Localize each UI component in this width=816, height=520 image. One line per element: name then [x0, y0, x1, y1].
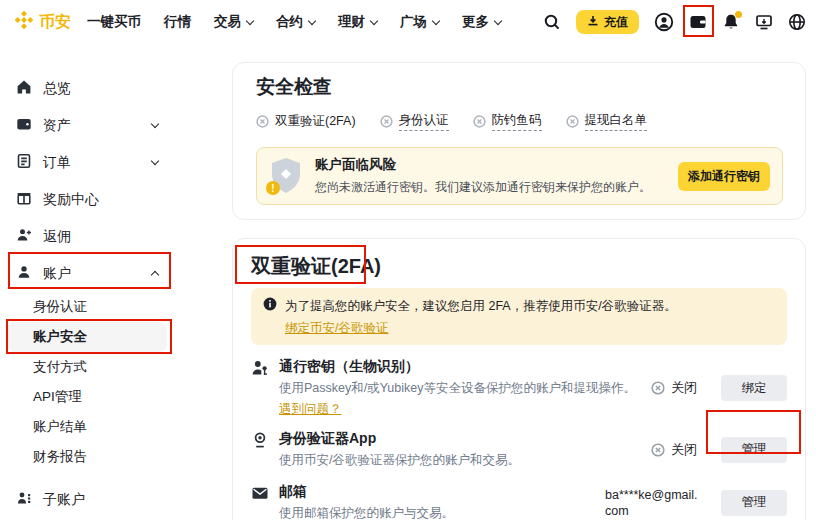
search-icon[interactable] — [543, 13, 561, 31]
main-nav: 一键买币 行情 交易 合约 理财 广场 更多 — [87, 13, 501, 31]
nav-item-buy-crypto[interactable]: 一键买币 — [87, 13, 141, 31]
twofa-card: 双重验证(2FA) 为了提高您的账户安全，建议您启用 2FA，推荐使用币安/谷歌… — [232, 238, 806, 520]
account-icon — [16, 264, 32, 283]
security-check-title: 安全检查 — [256, 75, 783, 99]
header-actions: 充值 — [543, 10, 806, 34]
deposit-icon — [587, 15, 599, 30]
home-icon — [16, 79, 32, 98]
passkey-help-link[interactable]: 遇到问题？ — [279, 401, 342, 418]
risk-alert-title: 账户面临风险 — [315, 156, 666, 174]
sidebar-item-api-management[interactable]: API管理 — [7, 382, 167, 412]
top-nav-bar: 币安 一键买币 行情 交易 合约 理财 广场 更多 充 — [0, 0, 816, 44]
risk-alert-texts: 账户面临风险 您尚未激活通行密钥。我们建议添加通行密钥来保护您的账户。 — [315, 156, 666, 196]
sidebar-item-account[interactable]: 账户 — [0, 255, 172, 292]
sidebar-item-rewards-hub[interactable]: 奖励中心 — [0, 181, 172, 218]
add-passkey-button[interactable]: 添加通行密钥 — [678, 162, 770, 191]
email-texts: 邮箱 使用邮箱保护您的账户与交易。 — [279, 483, 605, 520]
notifications-bell-icon[interactable] — [722, 13, 740, 31]
security-row-email: 邮箱 使用邮箱保护您的账户与交易。 ba****ke@gmail.com 管理 — [251, 483, 787, 520]
globe-icon[interactable] — [788, 13, 806, 31]
nav-item-earn[interactable]: 理财 — [338, 13, 377, 31]
deposit-button[interactable]: 充值 — [576, 10, 639, 34]
status-off-icon — [380, 115, 393, 128]
passkey-texts: 通行密钥（生物识别） 使用Passkey和/或Yubikey等安全设备保护您的账… — [279, 358, 651, 418]
status-off-icon — [651, 443, 665, 457]
passkey-description: 使用Passkey和/或Yubikey等安全设备保护您的账户和提现操作。 — [279, 380, 651, 397]
info-icon — [263, 297, 277, 315]
sidebar-item-account-statement[interactable]: 账户结单 — [7, 412, 167, 442]
referral-icon — [16, 227, 32, 246]
email-description: 使用邮箱保护您的账户与交易。 — [279, 505, 605, 520]
sidebar-item-referral[interactable]: 返佣 — [0, 218, 172, 255]
nav-item-futures[interactable]: 合约 — [276, 13, 315, 31]
notification-badge — [735, 11, 742, 18]
authenticator-controls: 关闭 管理 — [651, 437, 787, 463]
checklist-item-withdrawal-whitelist[interactable]: 提现白名单 — [566, 112, 648, 131]
chevron-down-icon — [432, 16, 440, 24]
sidebar-item-account-security[interactable]: 账户安全 — [7, 322, 167, 352]
checklist-item-2fa[interactable]: 双重验证(2FA) — [256, 113, 356, 130]
chevron-down-icon — [370, 16, 378, 24]
sub-accounts-icon — [16, 490, 32, 509]
chevron-down-icon — [246, 16, 254, 24]
chevron-up-icon — [151, 271, 159, 279]
checklist-item-antiphishing[interactable]: 防钓鱼码 — [473, 112, 542, 131]
security-checklist: 双重验证(2FA) 身份认证 防钓鱼码 提现白名单 — [256, 112, 783, 131]
email-manage-button[interactable]: 管理 — [721, 490, 787, 516]
passkey-icon — [251, 358, 269, 381]
sidebar-item-identity-verification[interactable]: 身份认证 — [7, 292, 167, 322]
authenticator-description: 使用币安/谷歌验证器保护您的账户和交易。 — [279, 452, 651, 469]
status-off-icon — [566, 115, 579, 128]
sidebar-item-financial-reports[interactable]: 财务报告 — [7, 442, 167, 472]
sidebar-item-orders[interactable]: 订单 — [0, 144, 172, 181]
sidebar-item-assets[interactable]: 资产 — [0, 107, 172, 144]
profile-icon[interactable] — [654, 12, 674, 32]
download-app-icon[interactable] — [755, 13, 773, 31]
security-row-authenticator: 身份验证器App 使用币安/谷歌验证器保护您的账户和交易。 关闭 管理 — [251, 430, 787, 469]
sidebar-item-dashboard[interactable]: 总览 — [0, 70, 172, 107]
status-off-icon — [651, 381, 665, 395]
twofa-notice-banner: 为了提高您的账户安全，建议您启用 2FA，推荐使用币安/谷歌验证器。 绑定币安/… — [251, 288, 787, 345]
email-title: 邮箱 — [279, 483, 605, 500]
twofa-title: 双重验证(2FA) — [251, 253, 787, 280]
binance-account-security-page: 币安 一键买币 行情 交易 合约 理财 广场 更多 充 — [0, 0, 816, 520]
status-off-icon — [473, 115, 486, 128]
status-off-icon — [256, 115, 269, 128]
passkey-status: 关闭 — [651, 379, 701, 397]
email-controls: ba****ke@gmail.com 管理 — [605, 487, 787, 519]
passkey-controls: 关闭 绑定 — [651, 375, 787, 401]
email-icon — [251, 483, 269, 506]
wallet-icon[interactable] — [689, 13, 707, 31]
risk-alert-banner: ! 账户面临风险 您尚未激活通行密钥。我们建议添加通行密钥来保护您的账户。 添加… — [256, 147, 783, 205]
binance-logo[interactable]: 币安 — [14, 10, 71, 34]
sidebar-item-payment-methods[interactable]: 支付方式 — [7, 352, 167, 382]
brand-name: 币安 — [39, 12, 71, 33]
nav-item-markets[interactable]: 行情 — [164, 13, 191, 31]
binance-logo-icon — [14, 10, 34, 34]
authenticator-status: 关闭 — [651, 441, 701, 459]
exclamation-badge: ! — [266, 181, 280, 195]
passkey-bind-button[interactable]: 绑定 — [721, 375, 787, 401]
authenticator-manage-button[interactable]: 管理 — [721, 437, 787, 463]
bind-authenticator-link[interactable]: 绑定币安/谷歌验证 — [285, 320, 388, 337]
notice-text: 为了提高您的账户安全，建议您启用 2FA，推荐使用币安/谷歌验证器。 — [285, 299, 677, 313]
passkey-title: 通行密钥（生物识别） — [279, 358, 651, 375]
checklist-item-identity[interactable]: 身份认证 — [380, 112, 449, 131]
chevron-down-icon — [151, 120, 159, 128]
risk-alert-description: 您尚未激活通行密钥。我们建议添加通行密钥来保护您的账户。 — [315, 179, 666, 196]
sidebar-item-sub-accounts[interactable]: 子账户 — [0, 481, 172, 518]
nav-item-more[interactable]: 更多 — [462, 13, 501, 31]
authenticator-icon — [251, 430, 269, 453]
chevron-down-icon — [151, 157, 159, 165]
rewards-icon — [16, 190, 32, 209]
authenticator-texts: 身份验证器App 使用币安/谷歌验证器保护您的账户和交易。 — [279, 430, 651, 469]
orders-icon — [16, 153, 32, 172]
nav-item-square[interactable]: 广场 — [400, 13, 439, 31]
sidebar: 总览 资产 订单 奖励中心 返佣 — [0, 44, 225, 518]
chevron-down-icon — [308, 16, 316, 24]
chevron-down-icon — [494, 16, 502, 24]
masked-email-value: ba****ke@gmail.com — [605, 487, 701, 519]
nav-item-trade[interactable]: 交易 — [214, 13, 253, 31]
assets-icon — [16, 116, 32, 135]
security-row-passkey: 通行密钥（生物识别） 使用Passkey和/或Yubikey等安全设备保护您的账… — [251, 358, 787, 418]
